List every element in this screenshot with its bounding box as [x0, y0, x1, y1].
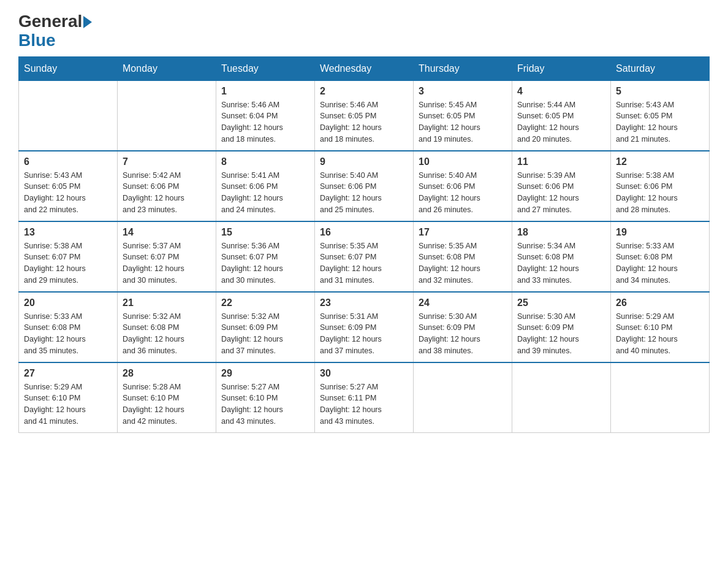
day-info: Sunrise: 5:29 AM Sunset: 6:10 PM Dayligh…: [24, 381, 112, 427]
calendar-cell: 20Sunrise: 5:33 AM Sunset: 6:08 PM Dayli…: [19, 292, 118, 362]
day-number: 9: [320, 156, 408, 167]
weekday-header-sunday: Sunday: [19, 56, 118, 80]
day-info: Sunrise: 5:41 AM Sunset: 6:06 PM Dayligh…: [221, 170, 309, 216]
calendar-cell: 16Sunrise: 5:35 AM Sunset: 6:07 PM Dayli…: [315, 221, 414, 292]
day-number: 20: [24, 297, 112, 308]
calendar-cell: 5Sunrise: 5:43 AM Sunset: 6:05 PM Daylig…: [611, 80, 710, 151]
calendar-week-row: 13Sunrise: 5:38 AM Sunset: 6:07 PM Dayli…: [19, 221, 710, 292]
calendar-week-row: 1Sunrise: 5:46 AM Sunset: 6:04 PM Daylig…: [19, 80, 710, 151]
calendar-cell: 26Sunrise: 5:29 AM Sunset: 6:10 PM Dayli…: [611, 292, 710, 362]
day-number: 5: [616, 86, 704, 97]
calendar-cell: [118, 80, 216, 151]
logo-blue: Blue: [18, 31, 92, 50]
day-number: 27: [24, 368, 112, 379]
calendar-cell: 22Sunrise: 5:32 AM Sunset: 6:09 PM Dayli…: [216, 292, 315, 362]
day-info: Sunrise: 5:40 AM Sunset: 6:06 PM Dayligh…: [419, 170, 507, 216]
calendar-cell: 8Sunrise: 5:41 AM Sunset: 6:06 PM Daylig…: [216, 151, 315, 221]
day-info: Sunrise: 5:39 AM Sunset: 6:06 PM Dayligh…: [517, 170, 605, 216]
weekday-header-row: SundayMondayTuesdayWednesdayThursdayFrid…: [19, 56, 710, 80]
day-number: 1: [221, 86, 309, 97]
day-info: Sunrise: 5:29 AM Sunset: 6:10 PM Dayligh…: [616, 311, 704, 357]
day-info: Sunrise: 5:43 AM Sunset: 6:05 PM Dayligh…: [616, 99, 704, 145]
calendar-cell: 13Sunrise: 5:38 AM Sunset: 6:07 PM Dayli…: [19, 221, 118, 292]
day-number: 12: [616, 156, 704, 167]
calendar-cell: 29Sunrise: 5:27 AM Sunset: 6:10 PM Dayli…: [216, 362, 315, 433]
day-info: Sunrise: 5:30 AM Sunset: 6:09 PM Dayligh…: [419, 311, 507, 357]
weekday-header-saturday: Saturday: [611, 56, 710, 80]
day-number: 28: [123, 368, 211, 379]
calendar-cell: 4Sunrise: 5:44 AM Sunset: 6:05 PM Daylig…: [512, 80, 611, 151]
logo-general: General: [18, 12, 82, 31]
calendar-week-row: 27Sunrise: 5:29 AM Sunset: 6:10 PM Dayli…: [19, 362, 710, 433]
calendar-cell: 1Sunrise: 5:46 AM Sunset: 6:04 PM Daylig…: [216, 80, 315, 151]
day-number: 14: [123, 227, 211, 238]
day-info: Sunrise: 5:33 AM Sunset: 6:08 PM Dayligh…: [24, 311, 112, 357]
day-info: Sunrise: 5:38 AM Sunset: 6:06 PM Dayligh…: [616, 170, 704, 216]
calendar-cell: 28Sunrise: 5:28 AM Sunset: 6:10 PM Dayli…: [118, 362, 216, 433]
calendar-cell: [19, 80, 118, 151]
day-number: 25: [517, 297, 605, 308]
calendar-cell: 24Sunrise: 5:30 AM Sunset: 6:09 PM Dayli…: [414, 292, 512, 362]
day-number: 24: [419, 297, 507, 308]
weekday-header-wednesday: Wednesday: [315, 56, 414, 80]
day-number: 11: [517, 156, 605, 167]
day-info: Sunrise: 5:27 AM Sunset: 6:11 PM Dayligh…: [320, 381, 408, 427]
day-number: 13: [24, 227, 112, 238]
day-info: Sunrise: 5:36 AM Sunset: 6:07 PM Dayligh…: [221, 240, 309, 286]
calendar-cell: 11Sunrise: 5:39 AM Sunset: 6:06 PM Dayli…: [512, 151, 611, 221]
day-info: Sunrise: 5:33 AM Sunset: 6:08 PM Dayligh…: [616, 240, 704, 286]
calendar-cell: 7Sunrise: 5:42 AM Sunset: 6:06 PM Daylig…: [118, 151, 216, 221]
day-info: Sunrise: 5:44 AM Sunset: 6:05 PM Dayligh…: [517, 99, 605, 145]
day-info: Sunrise: 5:43 AM Sunset: 6:05 PM Dayligh…: [24, 170, 112, 216]
day-number: 10: [419, 156, 507, 167]
calendar-cell: 30Sunrise: 5:27 AM Sunset: 6:11 PM Dayli…: [315, 362, 414, 433]
calendar-cell: [512, 362, 611, 433]
day-number: 16: [320, 227, 408, 238]
day-number: 29: [221, 368, 309, 379]
day-number: 30: [320, 368, 408, 379]
day-info: Sunrise: 5:32 AM Sunset: 6:09 PM Dayligh…: [221, 311, 309, 357]
day-number: 3: [419, 86, 507, 97]
calendar-week-row: 20Sunrise: 5:33 AM Sunset: 6:08 PM Dayli…: [19, 292, 710, 362]
calendar-table: SundayMondayTuesdayWednesdayThursdayFrid…: [18, 56, 710, 433]
day-number: 4: [517, 86, 605, 97]
day-number: 7: [123, 156, 211, 167]
calendar-cell: 23Sunrise: 5:31 AM Sunset: 6:09 PM Dayli…: [315, 292, 414, 362]
day-info: Sunrise: 5:30 AM Sunset: 6:09 PM Dayligh…: [517, 311, 605, 357]
day-number: 15: [221, 227, 309, 238]
day-number: 6: [24, 156, 112, 167]
calendar-cell: 21Sunrise: 5:32 AM Sunset: 6:08 PM Dayli…: [118, 292, 216, 362]
day-info: Sunrise: 5:42 AM Sunset: 6:06 PM Dayligh…: [123, 170, 211, 216]
logo: General Blue: [18, 12, 92, 50]
calendar-cell: 9Sunrise: 5:40 AM Sunset: 6:06 PM Daylig…: [315, 151, 414, 221]
calendar-cell: 10Sunrise: 5:40 AM Sunset: 6:06 PM Dayli…: [414, 151, 512, 221]
calendar-cell: 2Sunrise: 5:46 AM Sunset: 6:05 PM Daylig…: [315, 80, 414, 151]
calendar-cell: 15Sunrise: 5:36 AM Sunset: 6:07 PM Dayli…: [216, 221, 315, 292]
logo-arrow-icon: [83, 16, 92, 28]
day-number: 22: [221, 297, 309, 308]
calendar-cell: 14Sunrise: 5:37 AM Sunset: 6:07 PM Dayli…: [118, 221, 216, 292]
day-info: Sunrise: 5:40 AM Sunset: 6:06 PM Dayligh…: [320, 170, 408, 216]
day-number: 18: [517, 227, 605, 238]
day-number: 19: [616, 227, 704, 238]
page-header: General Blue: [18, 12, 710, 50]
calendar-cell: 6Sunrise: 5:43 AM Sunset: 6:05 PM Daylig…: [19, 151, 118, 221]
calendar-cell: 17Sunrise: 5:35 AM Sunset: 6:08 PM Dayli…: [414, 221, 512, 292]
day-info: Sunrise: 5:46 AM Sunset: 6:04 PM Dayligh…: [221, 99, 309, 145]
day-info: Sunrise: 5:34 AM Sunset: 6:08 PM Dayligh…: [517, 240, 605, 286]
calendar-cell: 12Sunrise: 5:38 AM Sunset: 6:06 PM Dayli…: [611, 151, 710, 221]
day-number: 21: [123, 297, 211, 308]
weekday-header-thursday: Thursday: [414, 56, 512, 80]
day-info: Sunrise: 5:38 AM Sunset: 6:07 PM Dayligh…: [24, 240, 112, 286]
day-info: Sunrise: 5:31 AM Sunset: 6:09 PM Dayligh…: [320, 311, 408, 357]
weekday-header-friday: Friday: [512, 56, 611, 80]
day-number: 26: [616, 297, 704, 308]
day-number: 2: [320, 86, 408, 97]
day-number: 8: [221, 156, 309, 167]
calendar-week-row: 6Sunrise: 5:43 AM Sunset: 6:05 PM Daylig…: [19, 151, 710, 221]
weekday-header-monday: Monday: [118, 56, 216, 80]
day-info: Sunrise: 5:35 AM Sunset: 6:07 PM Dayligh…: [320, 240, 408, 286]
day-info: Sunrise: 5:32 AM Sunset: 6:08 PM Dayligh…: [123, 311, 211, 357]
calendar-cell: [414, 362, 512, 433]
calendar-cell: 3Sunrise: 5:45 AM Sunset: 6:05 PM Daylig…: [414, 80, 512, 151]
